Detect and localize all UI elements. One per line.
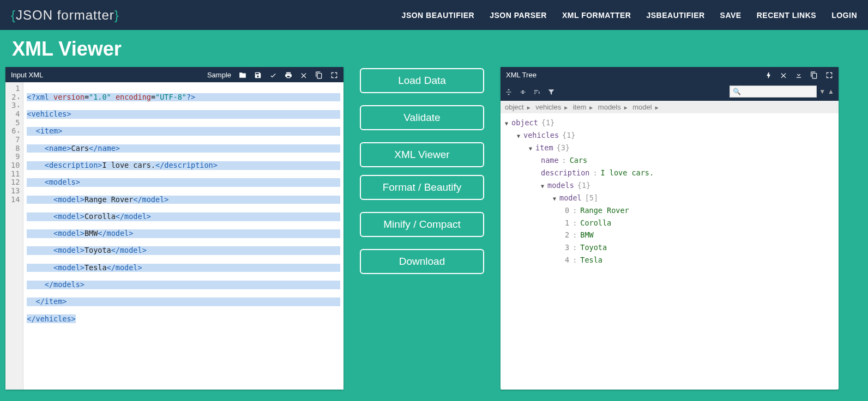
filter-icon[interactable] <box>547 87 555 96</box>
toggle-icon[interactable]: ▼ <box>529 144 532 153</box>
xml-viewer-button[interactable]: XML Viewer <box>360 142 484 167</box>
load-data-button[interactable]: Load Data <box>360 68 484 93</box>
brace-close: } <box>114 8 119 22</box>
tree-val-name: Cars <box>570 154 588 167</box>
workspace: Input XML Sample 1234567891011121314 <?x… <box>0 67 868 390</box>
tree-index: 4 <box>565 254 569 266</box>
nav-login[interactable]: LOGIN <box>831 11 857 20</box>
format-beautify-button[interactable]: Format / Beautify <box>360 175 484 200</box>
tree-val: BMW <box>580 229 593 241</box>
tree-view[interactable]: ▼object{1} ▼vehicles{1} ▼item{3} name:Ca… <box>501 113 839 390</box>
tree-val: Corolla <box>580 217 611 229</box>
tree-panel-title: XML Tree <box>506 71 537 79</box>
logo[interactable]: {JSON formatter} <box>11 8 119 23</box>
nav-jsbeautifier[interactable]: JSBEAUTIFIER <box>646 11 704 20</box>
tree-panel-header: XML Tree <box>501 67 839 82</box>
tree-toolbar: 🔍 ▼ ▲ <box>501 82 839 101</box>
tree-index: 1 <box>565 217 569 229</box>
crumb-models[interactable]: models <box>598 103 621 111</box>
minify-compact-button[interactable]: Minify / Compact <box>360 212 484 237</box>
input-panel-header: Input XML Sample <box>5 67 343 82</box>
sample-button[interactable]: Sample <box>207 71 231 79</box>
collapse-all-icon[interactable] <box>519 87 527 96</box>
nav-save[interactable]: SAVE <box>720 11 742 20</box>
nav-json-parser[interactable]: JSON PARSER <box>490 11 547 20</box>
close-tree-icon[interactable] <box>780 70 787 79</box>
search-icon: 🔍 <box>733 88 741 95</box>
copy-icon[interactable] <box>315 70 323 79</box>
tree-val: Range Rover <box>580 204 629 217</box>
tree-key-description: description <box>541 167 589 179</box>
crumb-item[interactable]: item <box>573 103 587 111</box>
tree-val: Tesla <box>580 254 602 266</box>
expand-all-icon[interactable] <box>505 87 513 96</box>
validate-button[interactable]: Validate <box>360 105 484 130</box>
input-panel-title: Input XML <box>11 71 43 79</box>
nav-xml-formatter[interactable]: XML FORMATTER <box>562 11 631 20</box>
nav-json-beautifier[interactable]: JSON BEAUTIFIER <box>402 11 475 20</box>
toggle-icon[interactable]: ▼ <box>553 194 556 203</box>
search-down-icon[interactable]: ▼ <box>819 88 825 95</box>
brace-open: { <box>11 8 16 22</box>
toggle-icon[interactable]: ▼ <box>517 131 520 141</box>
tree-index: 3 <box>565 241 569 254</box>
input-panel: Input XML Sample 1234567891011121314 <?x… <box>5 67 343 390</box>
download-tree-icon[interactable] <box>795 70 803 79</box>
nav-recent-links[interactable]: RECENT LINKS <box>757 11 816 20</box>
code-content[interactable]: <?xml version="1.0" encoding="UTF-8"?> <… <box>23 82 343 390</box>
save-icon[interactable] <box>254 70 262 79</box>
tree-search-input[interactable] <box>730 86 817 98</box>
sort-icon[interactable] <box>533 87 541 96</box>
tree-panel: XML Tree 🔍 ▼ ▲ object► vehicles► item► <box>501 67 839 390</box>
print-icon[interactable] <box>285 70 292 79</box>
check-icon[interactable] <box>269 70 277 79</box>
top-bar: {JSON formatter} JSON BEAUTIFIER JSON PA… <box>0 0 868 30</box>
tree-val-description: I love cars. <box>601 167 654 179</box>
bolt-icon[interactable] <box>764 70 772 79</box>
fullscreen-tree-icon[interactable] <box>825 70 833 79</box>
open-file-icon[interactable] <box>239 70 246 79</box>
page-title: XML Viewer <box>0 30 868 67</box>
clear-icon[interactable] <box>300 70 308 79</box>
crumb-model[interactable]: model <box>632 103 652 111</box>
tree-index: 0 <box>565 204 569 217</box>
toggle-icon[interactable]: ▼ <box>505 119 508 128</box>
main-nav: JSON BEAUTIFIER JSON PARSER XML FORMATTE… <box>402 11 857 20</box>
toggle-icon[interactable]: ▼ <box>541 181 544 191</box>
tree-index: 2 <box>565 229 569 241</box>
crumb-object[interactable]: object <box>505 103 524 111</box>
breadcrumb: object► vehicles► item► models► model► <box>501 101 839 113</box>
logo-text: JSON formatter <box>16 8 114 22</box>
action-buttons: Load Data Validate XML Viewer Format / B… <box>360 67 484 390</box>
fullscreen-icon[interactable] <box>330 70 338 79</box>
download-button[interactable]: Download <box>360 249 484 274</box>
tree-key-name: name <box>541 154 559 167</box>
search-up-icon[interactable]: ▲ <box>828 88 834 95</box>
line-gutter: 1234567891011121314 <box>5 82 23 390</box>
code-editor[interactable]: 1234567891011121314 <?xml version="1.0" … <box>5 82 343 390</box>
crumb-vehicles[interactable]: vehicles <box>535 103 561 111</box>
copy-tree-icon[interactable] <box>810 70 818 79</box>
tree-val: Toyota <box>580 241 607 254</box>
